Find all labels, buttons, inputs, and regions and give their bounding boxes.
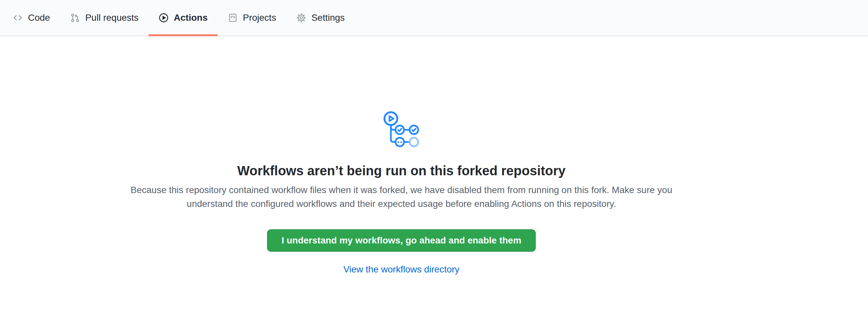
workflow-graph-icon (383, 111, 420, 148)
tab-settings[interactable]: Settings (286, 0, 354, 36)
tab-pull-requests[interactable]: Pull requests (60, 0, 149, 36)
blankslate: Workflows aren’t being run on this forke… (0, 36, 803, 275)
repo-tab-bar: Code Pull requests Actions (0, 0, 868, 36)
play-circle-icon (158, 12, 169, 23)
project-board-icon (227, 12, 238, 23)
tab-actions[interactable]: Actions (149, 0, 218, 36)
gear-icon (296, 12, 307, 23)
code-icon (12, 12, 23, 23)
tab-actions-label: Actions (174, 13, 208, 22)
notice-description: Because this repository contained workfl… (128, 183, 675, 211)
tab-projects-label: Projects (243, 13, 276, 22)
tab-projects[interactable]: Projects (218, 0, 286, 36)
tab-code-label: Code (28, 13, 50, 22)
tab-settings-label: Settings (311, 13, 345, 22)
view-workflows-directory-link[interactable]: View the workflows directory (343, 264, 460, 275)
tab-code[interactable]: Code (3, 0, 60, 36)
notice-heading: Workflows aren’t being run on this forke… (237, 163, 565, 179)
enable-workflows-button[interactable]: I understand my workflows, go ahead and … (267, 229, 536, 252)
actions-disabled-notice: Workflows aren’t being run on this forke… (0, 36, 868, 275)
pull-request-icon (70, 12, 80, 23)
tab-pull-requests-label: Pull requests (85, 13, 138, 22)
